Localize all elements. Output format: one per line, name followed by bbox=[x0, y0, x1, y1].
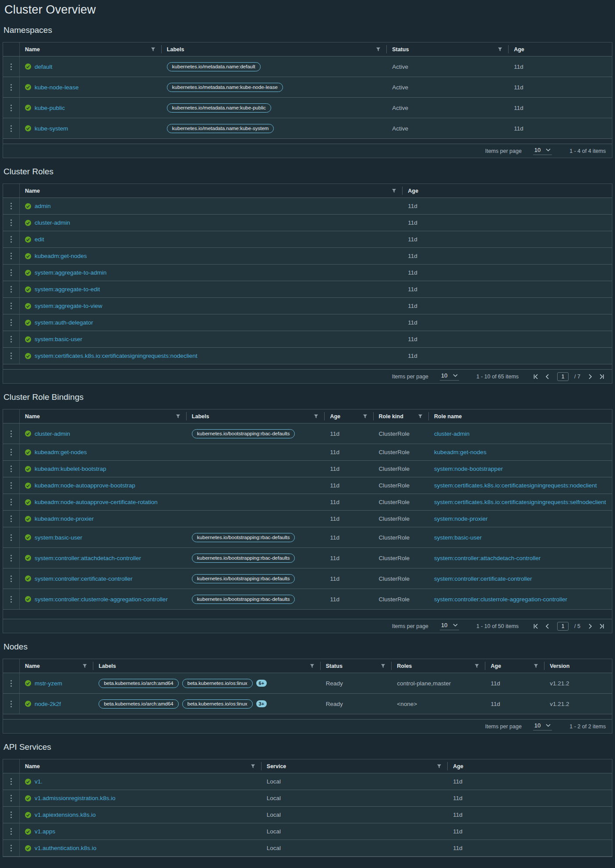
namespaces-name-link[interactable]: kube-system bbox=[35, 125, 68, 132]
row-actions-button[interactable] bbox=[8, 574, 14, 584]
row-actions-button[interactable] bbox=[8, 480, 14, 490]
row-actions-button[interactable] bbox=[8, 843, 14, 853]
row-actions-button[interactable] bbox=[8, 464, 14, 474]
page-size-select[interactable]: 10 bbox=[440, 372, 459, 381]
last-page-button[interactable] bbox=[598, 373, 606, 381]
row-actions-button[interactable] bbox=[8, 594, 14, 604]
cluster-role-bindings-name-link[interactable]: system:controller:attachdetach-controlle… bbox=[35, 555, 141, 561]
row-actions-button[interactable] bbox=[8, 776, 14, 787]
cluster-roles-name-link[interactable]: system:aggregate-to-view bbox=[35, 303, 102, 309]
role_name-link[interactable]: system:certificates.k8s.io:certificatesi… bbox=[434, 482, 597, 489]
cluster-role-bindings-name-link[interactable]: cluster-admin bbox=[35, 430, 70, 437]
filter-icon[interactable] bbox=[175, 413, 181, 420]
labels-overflow-badge[interactable]: 3+ bbox=[256, 700, 267, 707]
cluster-role-bindings-name-link[interactable]: kubeadm:node-autoapprove-bootstrap bbox=[35, 482, 135, 489]
first-page-button[interactable] bbox=[532, 373, 540, 381]
api-services-name-link[interactable]: v1.apiextensions.k8s.io bbox=[35, 812, 96, 818]
filter-icon[interactable] bbox=[380, 663, 386, 669]
first-page-button[interactable] bbox=[532, 622, 540, 630]
role_name-link[interactable]: kubeadm:get-nodes bbox=[434, 449, 486, 455]
row-actions-button[interactable] bbox=[8, 123, 14, 134]
namespaces-name-link[interactable]: kube-node-lease bbox=[35, 84, 79, 91]
current-page-input[interactable] bbox=[557, 622, 569, 631]
filter-icon[interactable] bbox=[81, 663, 88, 669]
row-actions-button[interactable] bbox=[8, 82, 14, 92]
previous-page-button[interactable] bbox=[544, 622, 551, 630]
filter-icon[interactable] bbox=[533, 663, 539, 669]
filter-icon[interactable] bbox=[313, 413, 319, 420]
api-services-name-link[interactable]: v1.admissionregistration.k8s.io bbox=[35, 795, 116, 801]
page-size-select[interactable]: 10 bbox=[533, 147, 552, 155]
cluster-roles-name-link[interactable]: system:auth-delegator bbox=[35, 319, 93, 326]
role_name-link[interactable]: system:controller:clusterrole-aggregatio… bbox=[434, 596, 567, 603]
role_name-link[interactable]: system:certificates.k8s.io:certificatesi… bbox=[434, 499, 606, 505]
row-actions-button[interactable] bbox=[8, 553, 14, 563]
cluster-role-bindings-name-link[interactable]: kubeadm:node-autoapprove-certificate-rot… bbox=[35, 499, 158, 505]
filter-icon[interactable] bbox=[250, 763, 256, 769]
namespaces-name-link[interactable]: default bbox=[35, 64, 53, 70]
row-actions-button[interactable] bbox=[8, 251, 14, 261]
current-page-input[interactable] bbox=[557, 372, 569, 381]
namespaces-name-link[interactable]: kube-public bbox=[35, 105, 65, 111]
cluster-roles-name-link[interactable]: kubeadm:get-nodes bbox=[35, 253, 87, 259]
cluster-roles-name-link[interactable]: system:certificates.k8s.io:certificatesi… bbox=[35, 353, 197, 359]
page-size-select[interactable]: 10 bbox=[440, 622, 459, 630]
cluster-roles-name-link[interactable]: edit bbox=[35, 236, 44, 243]
nodes-name-link[interactable]: mstr-yzem bbox=[35, 680, 62, 687]
row-actions-button[interactable] bbox=[8, 810, 14, 820]
filter-icon[interactable] bbox=[436, 763, 442, 769]
cluster-role-bindings-name-link[interactable]: system:basic-user bbox=[35, 534, 82, 541]
row-actions-button[interactable] bbox=[8, 699, 14, 709]
role_name-link[interactable]: cluster-admin bbox=[434, 430, 470, 437]
row-actions-button[interactable] bbox=[8, 103, 14, 113]
row-actions-button[interactable] bbox=[8, 514, 14, 524]
filter-icon[interactable] bbox=[391, 187, 397, 194]
row-actions-button[interactable] bbox=[8, 497, 14, 507]
cluster-role-bindings-name-link[interactable]: system:controller:certificate-controller bbox=[35, 575, 133, 582]
filter-icon[interactable] bbox=[362, 413, 368, 420]
row-actions-button[interactable] bbox=[8, 447, 14, 457]
role_name-link[interactable]: system:node-bootstrapper bbox=[434, 466, 503, 472]
row-actions-button[interactable] bbox=[8, 678, 14, 688]
row-actions-button[interactable] bbox=[8, 334, 14, 344]
next-page-button[interactable] bbox=[586, 373, 594, 381]
role_name-link[interactable]: system:node-proxier bbox=[434, 515, 488, 522]
filter-icon[interactable] bbox=[375, 46, 382, 53]
cluster-role-bindings-name-link[interactable]: kubeadm:get-nodes bbox=[35, 449, 87, 455]
cluster-roles-name-link[interactable]: cluster-admin bbox=[35, 219, 70, 226]
row-actions-button[interactable] bbox=[8, 318, 14, 328]
row-actions-button[interactable] bbox=[8, 62, 14, 72]
row-actions-button[interactable] bbox=[8, 793, 14, 803]
api-services-name-link[interactable]: v1.apps bbox=[35, 828, 55, 835]
row-actions-button[interactable] bbox=[8, 429, 14, 439]
role_name-link[interactable]: system:controller:attachdetach-controlle… bbox=[434, 555, 541, 561]
row-actions-button[interactable] bbox=[8, 268, 14, 278]
last-page-button[interactable] bbox=[598, 622, 606, 630]
role_name-link[interactable]: system:controller:certificate-controller bbox=[434, 575, 532, 582]
row-actions-button[interactable] bbox=[8, 351, 14, 361]
row-actions-button[interactable] bbox=[8, 218, 14, 228]
row-actions-button[interactable] bbox=[8, 234, 14, 244]
role_name-link[interactable]: system:basic-user bbox=[434, 534, 482, 541]
row-actions-button[interactable] bbox=[8, 533, 14, 543]
api-services-name-link[interactable]: v1.authentication.k8s.io bbox=[35, 845, 96, 851]
cluster-role-bindings-name-link[interactable]: kubeadm:kubelet-bootstrap bbox=[35, 466, 106, 472]
cluster-role-bindings-name-link[interactable]: kubeadm:node-proxier bbox=[35, 515, 94, 522]
row-actions-button[interactable] bbox=[8, 826, 14, 836]
filter-icon[interactable] bbox=[474, 663, 480, 669]
filter-icon[interactable] bbox=[150, 46, 156, 53]
row-actions-button[interactable] bbox=[8, 301, 14, 311]
api-services-name-link[interactable]: v1. bbox=[35, 778, 42, 785]
row-actions-button[interactable] bbox=[8, 284, 14, 294]
filter-icon[interactable] bbox=[309, 663, 315, 669]
cluster-role-bindings-name-link[interactable]: system:controller:clusterrole-aggregatio… bbox=[35, 596, 168, 603]
row-actions-button[interactable] bbox=[8, 201, 14, 211]
cluster-roles-name-link[interactable]: system:aggregate-to-edit bbox=[35, 286, 100, 293]
labels-overflow-badge[interactable]: 6+ bbox=[256, 680, 267, 687]
filter-icon[interactable] bbox=[417, 413, 424, 420]
previous-page-button[interactable] bbox=[544, 373, 551, 381]
cluster-roles-name-link[interactable]: system:aggregate-to-admin bbox=[35, 269, 106, 276]
nodes-name-link[interactable]: node-2k2f bbox=[35, 701, 61, 707]
cluster-roles-name-link[interactable]: system:basic-user bbox=[35, 336, 82, 342]
next-page-button[interactable] bbox=[586, 622, 594, 630]
